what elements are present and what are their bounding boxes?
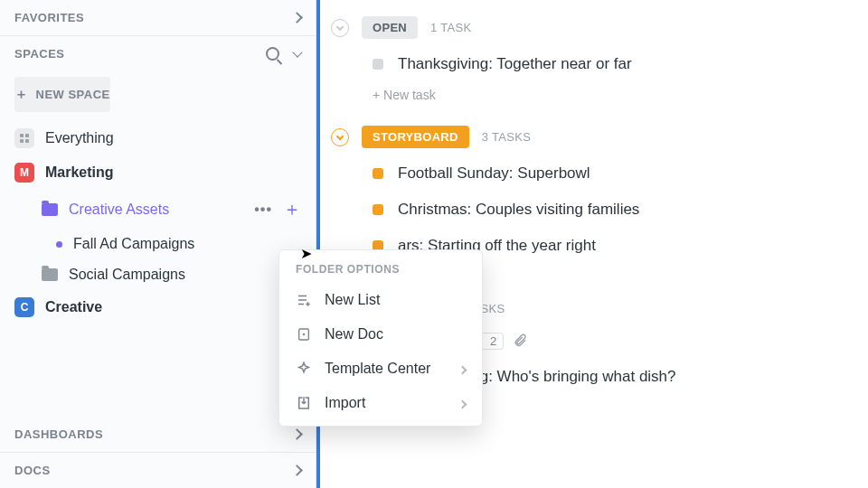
task-row[interactable]: Football Sunday: Superbowl [320,155,868,192]
sidebar-item-creative[interactable]: C Creative [0,290,316,324]
menu-label: New List [325,292,380,308]
status-badge[interactable]: STORYBOARD [362,126,469,148]
popup-title: FOLDER OPTIONS [279,259,482,283]
grid-icon [14,128,34,148]
sidebar-item-social-campaigns[interactable]: Social Campaigns [0,259,316,290]
task-count: 3 TASKS [482,130,531,144]
creative-assets-label: Creative Assets [69,202,169,218]
dashboards-label: DASHBOARDS [14,427,103,441]
menu-item-import[interactable]: Import [279,386,482,420]
search-icon[interactable] [266,47,279,61]
chevron-right-icon [291,12,303,23]
favorites-header[interactable]: FAVORITES [0,0,316,35]
status-group-open: OPEN 1 TASK Thanksgiving: Together near … [320,13,868,106]
sparkle-icon [296,361,312,377]
chevron-right-icon [291,428,303,440]
chevron-right-icon [459,395,466,411]
doc-icon [296,326,312,343]
attachment-icon[interactable] [513,333,527,348]
menu-label: Template Center [325,361,430,377]
subtask-count: 2 [490,334,496,348]
task-title: Christmas: Couples visiting families [398,201,639,219]
task-title: Football Sunday: Superbowl [398,164,590,183]
sidebar-item-creative-assets[interactable]: Creative Assets ••• ＋ [0,190,316,229]
collapse-toggle[interactable] [331,19,349,37]
cursor-icon: ➤ [300,245,312,262]
new-space-label: NEW SPACE [36,88,110,101]
status-group-storyboard: STORYBOARD 3 TASKS Football Sunday: Supe… [320,122,868,264]
creative-label: Creative [45,299,102,315]
chevron-down-icon[interactable] [292,47,302,57]
creative-badge-icon: C [14,297,34,317]
spaces-label: SPACES [14,47,65,61]
menu-item-new-list[interactable]: New List [279,283,482,317]
sidebar-item-marketing[interactable]: M Marketing [0,155,316,190]
menu-item-template-center[interactable]: Template Center [279,352,482,386]
status-badge[interactable]: OPEN [362,16,418,39]
menu-item-new-doc[interactable]: New Doc [279,317,482,352]
import-icon [296,395,312,411]
sidebar-item-fall-campaigns[interactable]: Fall Ad Campaigns [0,229,316,259]
new-space-button[interactable]: ＋ NEW SPACE [14,77,110,112]
status-box-icon[interactable] [373,168,383,179]
everything-label: Everything [45,130,114,146]
list-dot-icon [56,241,62,248]
list-icon [296,292,312,308]
ellipsis-icon[interactable]: ••• [254,202,272,218]
docs-header[interactable]: DOCS [0,453,316,488]
collapse-toggle[interactable] [331,128,349,146]
sidebar: FAVORITES SPACES ＋ NEW SPACE Everything … [0,0,316,488]
task-row[interactable]: Thanksgiving: Together near or far [320,46,868,82]
chevron-right-icon [459,361,466,377]
docs-label: DOCS [14,464,51,477]
spaces-header[interactable]: SPACES [0,36,316,71]
plus-icon: ＋ [14,86,29,103]
folder-options-menu: FOLDER OPTIONS New List New Doc Template… [278,249,483,427]
status-box-icon[interactable] [373,59,383,70]
folder-icon [42,203,58,216]
social-campaigns-label: Social Campaigns [69,267,185,283]
dashboards-header[interactable]: DASHBOARDS [0,417,316,452]
favorites-label: FAVORITES [14,11,84,24]
marketing-badge-icon: M [14,163,34,183]
menu-label: Import [325,395,365,411]
task-row[interactable]: Christmas: Couples visiting families [320,192,868,228]
marketing-label: Marketing [45,164,114,181]
fall-campaigns-label: Fall Ad Campaigns [73,236,194,252]
chevron-right-icon [291,465,303,476]
status-box-icon[interactable] [373,204,383,215]
menu-label: New Doc [325,326,383,343]
plus-icon[interactable]: ＋ [283,197,301,221]
sidebar-item-everything[interactable]: Everything [0,121,316,155]
folder-icon [42,268,58,281]
task-count: 1 TASK [430,21,471,34]
new-task-button[interactable]: + New task [320,82,868,106]
task-title: Thanksgiving: Together near or far [398,55,632,73]
